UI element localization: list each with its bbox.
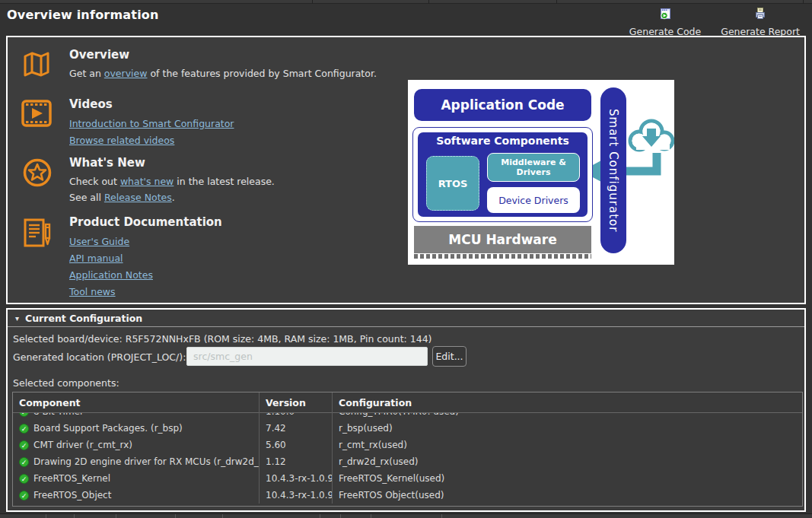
check-icon: ✓	[19, 491, 29, 501]
overview-link[interactable]: overview	[104, 68, 148, 79]
column-header-component: Component	[13, 392, 260, 413]
component-name: CMT driver (r_cmt_rx)	[33, 440, 132, 450]
component-configuration: r_drw2d_rx(used)	[333, 453, 802, 470]
generate-report-icon	[753, 7, 767, 24]
videos-heading: Videos	[69, 97, 234, 111]
current-configuration-header[interactable]: ▾ Current Configuration	[8, 310, 804, 327]
diagram-middleware: Middleware & Drivers	[487, 153, 580, 182]
component-version: 5.60	[260, 437, 333, 453]
table-row[interactable]: ✓8-Bit Timer1.10.0Config_TMR0(TMR0: used…	[13, 413, 802, 420]
column-header-configuration: Configuration	[333, 392, 802, 413]
diagram-device-drivers: Device Drivers	[487, 187, 580, 213]
diagram-smart-configurator: Smart Configurator	[600, 87, 626, 253]
whats-new-heading: What's New	[69, 156, 275, 170]
collapse-caret-icon: ▾	[15, 314, 19, 323]
star-icon	[22, 157, 53, 191]
generate-code-icon	[658, 7, 672, 24]
video-icon	[21, 99, 52, 131]
current-configuration-title: Current Configuration	[25, 313, 142, 324]
generated-location-label: Generated location (PROJECT_LOC/):	[13, 351, 186, 363]
components-table-body: ✓8-Bit Timer1.10.0Config_TMR0(TMR0: used…	[13, 413, 802, 504]
whats-new-line1: Check out what's new in the latest relea…	[69, 173, 275, 189]
table-row[interactable]: ✓FreeRTOS_Kernel10.4.3-rx-1.0.9FreeRTOS_…	[13, 470, 802, 487]
architecture-diagram: Application Code Software Components RTO…	[408, 80, 674, 265]
map-book-icon	[21, 49, 52, 83]
component-configuration: r_bsp(used)	[333, 420, 802, 437]
component-version: 7.42	[260, 420, 333, 437]
component-configuration: r_cmt_rx(used)	[333, 437, 802, 453]
component-name: FreeRTOS_Kernel	[33, 473, 110, 484]
whats-new-line2: See all Release Notes.	[69, 189, 275, 205]
diagram-rtos: RTOS	[426, 156, 479, 211]
check-icon: ✓	[19, 413, 29, 417]
generate-report-button[interactable]: Generate Report	[718, 5, 803, 39]
components-table-header[interactable]: Component Version Configuration	[13, 392, 802, 413]
bottom-tab-strip	[0, 513, 812, 518]
tool-news-link[interactable]: Tool news	[69, 284, 116, 300]
current-configuration-panel: ▾ Current Configuration Selected board/d…	[6, 308, 806, 512]
column-header-version: Version	[260, 392, 333, 413]
component-name: Drawing 2D engine driver for RX MCUs (r_…	[33, 456, 259, 467]
diagram-mcu-hardware: MCU Hardware	[414, 226, 591, 253]
release-notes-link[interactable]: Release Notes	[104, 192, 172, 203]
diagram-components-wrapper: Software Components RTOS Middleware & Dr…	[412, 127, 593, 222]
table-row[interactable]: ✓CMT driver (r_cmt_rx)5.60r_cmt_rx(used)	[13, 437, 802, 453]
check-icon: ✓	[19, 474, 29, 484]
docs-heading: Product Documentation	[69, 215, 222, 229]
component-name: FreeRTOS_Object	[33, 490, 111, 501]
check-icon: ✓	[19, 457, 29, 467]
api-manual-link[interactable]: API manual	[69, 250, 123, 266]
component-version: 1.12	[260, 453, 333, 470]
page-title: Overview information	[7, 8, 159, 22]
table-row[interactable]: ✓Drawing 2D engine driver for RX MCUs (r…	[13, 453, 802, 470]
component-name: Board Support Packages. (r_bsp)	[33, 423, 183, 434]
selected-components-label: Selected components:	[13, 377, 119, 389]
check-icon: ✓	[19, 440, 29, 450]
component-version: 1.10.0	[260, 413, 333, 420]
diagram-application-code: Application Code	[414, 89, 591, 121]
component-version: 10.4.3-rx-1.0.9	[260, 487, 333, 504]
intro-video-link[interactable]: Introduction to Smart Configurator	[69, 116, 234, 132]
users-guide-link[interactable]: User's Guide	[69, 234, 129, 249]
whats-new-link[interactable]: what's new	[120, 176, 174, 187]
diagram-software-components: Software Components	[418, 135, 588, 147]
edit-button[interactable]: Edit...	[432, 346, 467, 367]
title-bar: Overview information Generate Code	[0, 4, 812, 36]
overview-text: Get an overview of the features provided…	[69, 65, 377, 81]
overview-panel: Overview Get an overview of the features…	[6, 36, 806, 304]
selected-board-line: Selected board/device: R5F572NNHxFB (ROM…	[13, 333, 431, 345]
components-table: Component Version Configuration ✓8-Bit T…	[12, 392, 803, 507]
application-notes-link[interactable]: Application Notes	[69, 267, 153, 283]
component-configuration: FreeRTOS_Kernel(used)	[333, 470, 802, 487]
table-row[interactable]: ✓FreeRTOS_Object10.4.3-rx-1.0.9FreeRTOS …	[13, 487, 802, 504]
browse-videos-link[interactable]: Browse related videos	[69, 132, 174, 148]
overview-heading: Overview	[69, 48, 377, 62]
component-configuration: Config_TMR0(TMR0: used)	[333, 413, 802, 420]
document-pencil-icon	[21, 217, 54, 253]
generated-location-input[interactable]	[186, 347, 428, 366]
component-configuration: FreeRTOS Object(used)	[333, 487, 802, 504]
generate-code-button[interactable]: Generate Code	[626, 5, 704, 39]
component-name: 8-Bit Timer	[33, 413, 84, 417]
table-row[interactable]: ✓Board Support Packages. (r_bsp)7.42r_bs…	[13, 420, 802, 437]
component-version: 10.4.3-rx-1.0.9	[260, 470, 333, 487]
diagram-mcu-pins	[414, 254, 591, 259]
check-icon: ✓	[19, 424, 29, 434]
